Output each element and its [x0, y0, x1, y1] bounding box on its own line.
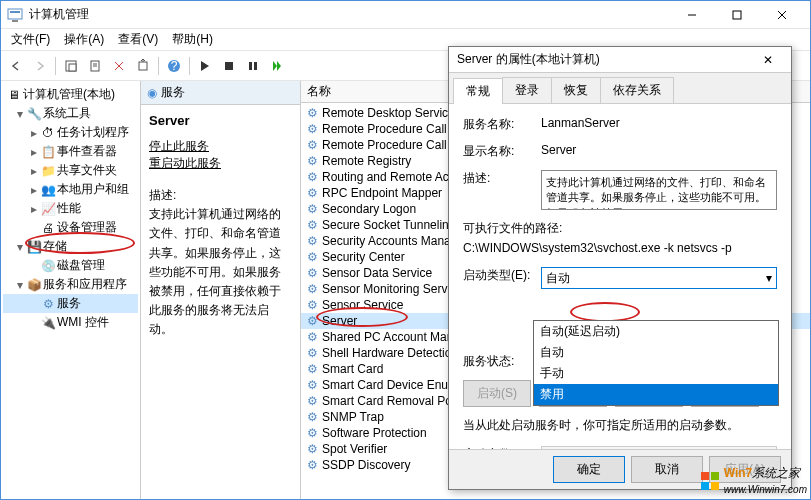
label-description: 描述:	[463, 170, 541, 187]
highlight-circle-dropdown	[570, 302, 640, 322]
gear-icon: ⚙	[307, 458, 318, 472]
app-icon	[7, 7, 23, 23]
tree-shared-folders[interactable]: ▸📁共享文件夹	[3, 161, 138, 180]
highlight-circle-list	[316, 307, 408, 327]
gear-icon: ⚙	[307, 298, 318, 312]
wrench-icon: 🔧	[27, 107, 41, 121]
tree-root[interactable]: 🖥计算机管理(本地)	[3, 85, 138, 104]
label-service-name: 服务名称:	[463, 116, 541, 133]
gear-icon: ⚙	[307, 442, 318, 456]
folder-icon: 📁	[41, 164, 55, 178]
export-button[interactable]	[132, 55, 154, 77]
tree-services[interactable]: ⚙服务	[3, 294, 138, 313]
menu-view[interactable]: 查看(V)	[112, 29, 164, 50]
label-startup-type: 启动类型(E):	[463, 267, 541, 284]
svg-rect-22	[701, 482, 709, 490]
dialog-tabs: 常规 登录 恢复 依存关系	[449, 73, 791, 104]
tree-system-tools[interactable]: ▾🔧系统工具	[3, 104, 138, 123]
log-icon: 📋	[41, 145, 55, 159]
label-display-name: 显示名称:	[463, 143, 541, 160]
close-button[interactable]	[759, 3, 804, 27]
delete-button[interactable]	[108, 55, 130, 77]
startup-type-dropdown[interactable]: 自动(延迟启动) 自动 手动 禁用	[533, 320, 779, 406]
restart-button[interactable]	[266, 55, 288, 77]
gear-icon: ⚙	[307, 250, 318, 264]
start-button[interactable]: 启动(S)	[463, 380, 531, 407]
gear-icon: ⚙	[307, 106, 318, 120]
gear-icon: ⚙	[307, 186, 318, 200]
tree-services-apps[interactable]: ▾📦服务和应用程序	[3, 275, 138, 294]
pause-button[interactable]	[242, 55, 264, 77]
cancel-button[interactable]: 取消	[631, 456, 703, 483]
option-manual[interactable]: 手动	[534, 363, 778, 384]
detail-panel: ◉服务 Server 停止此服务 重启动此服务 描述: 支持此计算机通过网络的文…	[141, 81, 301, 499]
option-disabled[interactable]: 禁用	[534, 384, 778, 405]
menu-help[interactable]: 帮助(H)	[166, 29, 219, 50]
value-display-name: Server	[541, 143, 777, 157]
watermark: Win7系统之家www.Winwin7.com	[700, 465, 807, 496]
detail-header: ◉服务	[141, 81, 300, 105]
tab-general[interactable]: 常规	[453, 78, 503, 104]
tree-event-viewer[interactable]: ▸📋事件查看器	[3, 142, 138, 161]
menu-file[interactable]: 文件(F)	[5, 29, 56, 50]
svg-rect-18	[249, 62, 252, 70]
forward-button[interactable]	[29, 55, 51, 77]
svg-text:?: ?	[171, 59, 178, 73]
stop-service-link[interactable]: 停止此服务	[149, 139, 209, 153]
option-auto-delayed[interactable]: 自动(延迟启动)	[534, 321, 778, 342]
stop-button[interactable]	[218, 55, 240, 77]
svg-rect-21	[711, 472, 719, 480]
tree-wmi[interactable]: 🔌WMI 控件	[3, 313, 138, 332]
gear-icon: ⚙	[307, 282, 318, 296]
maximize-button[interactable]	[714, 3, 759, 27]
minimize-button[interactable]	[669, 3, 714, 27]
up-button[interactable]	[60, 55, 82, 77]
tree-panel[interactable]: 🖥计算机管理(本地) ▾🔧系统工具 ▸⏱任务计划程序 ▸📋事件查看器 ▸📁共享文…	[1, 81, 141, 499]
hint-text: 当从此处启动服务时，你可指定所适用的启动参数。	[463, 417, 777, 434]
dialog-titlebar: Server 的属性(本地计算机) ✕	[449, 47, 791, 73]
tree-local-users[interactable]: ▸👥本地用户和组	[3, 180, 138, 199]
dialog-title: Server 的属性(本地计算机)	[457, 51, 753, 68]
tree-task-scheduler[interactable]: ▸⏱任务计划程序	[3, 123, 138, 142]
tab-logon[interactable]: 登录	[502, 77, 552, 103]
label-start-params: 启动参数(M):	[463, 446, 541, 449]
gear-icon: ⚙	[307, 170, 318, 184]
clock-icon: ⏱	[41, 126, 55, 140]
properties-button[interactable]	[84, 55, 106, 77]
dialog-close-button[interactable]: ✕	[753, 53, 783, 67]
apps-icon: 📦	[27, 278, 41, 292]
startup-type-select[interactable]: 自动 ▾	[541, 267, 777, 289]
gear-icon: ⚙	[307, 378, 318, 392]
gear-icon: ⚙	[307, 346, 318, 360]
value-description[interactable]: 支持此计算机通过网络的文件、打印、和命名管道共享。如果服务停止，这些功能不可用。…	[541, 170, 777, 210]
tab-recovery[interactable]: 恢复	[551, 77, 601, 103]
menu-action[interactable]: 操作(A)	[58, 29, 110, 50]
perf-icon: 📈	[41, 202, 55, 216]
ok-button[interactable]: 确定	[553, 456, 625, 483]
play-button[interactable]	[194, 55, 216, 77]
windows-icon	[700, 471, 720, 491]
gear-icon: ⚙	[307, 394, 318, 408]
restart-service-link[interactable]: 重启动此服务	[149, 156, 221, 170]
gear-icon: ⚙	[307, 426, 318, 440]
tree-performance[interactable]: ▸📈性能	[3, 199, 138, 218]
help-button[interactable]: ?	[163, 55, 185, 77]
tab-dependencies[interactable]: 依存关系	[600, 77, 674, 103]
gear-icon: ⚙	[41, 297, 55, 311]
back-button[interactable]	[5, 55, 27, 77]
value-service-name: LanmanServer	[541, 116, 777, 130]
window-title: 计算机管理	[29, 6, 669, 23]
service-name-heading: Server	[149, 113, 292, 128]
svg-rect-2	[12, 20, 18, 22]
tree-disk-mgmt[interactable]: 💿磁盘管理	[3, 256, 138, 275]
refresh-icon[interactable]: ◉	[147, 86, 157, 100]
start-params-input	[541, 446, 777, 449]
gear-icon: ⚙	[307, 362, 318, 376]
gear-icon: ⚙	[307, 266, 318, 280]
users-icon: 👥	[41, 183, 55, 197]
gear-icon: ⚙	[307, 122, 318, 136]
option-auto[interactable]: 自动	[534, 342, 778, 363]
service-description: 描述: 支持此计算机通过网络的文件、打印、和命名管道共享。如果服务停止，这些功能…	[149, 186, 292, 340]
computer-icon: 🖥	[7, 88, 21, 102]
gear-icon: ⚙	[307, 218, 318, 232]
